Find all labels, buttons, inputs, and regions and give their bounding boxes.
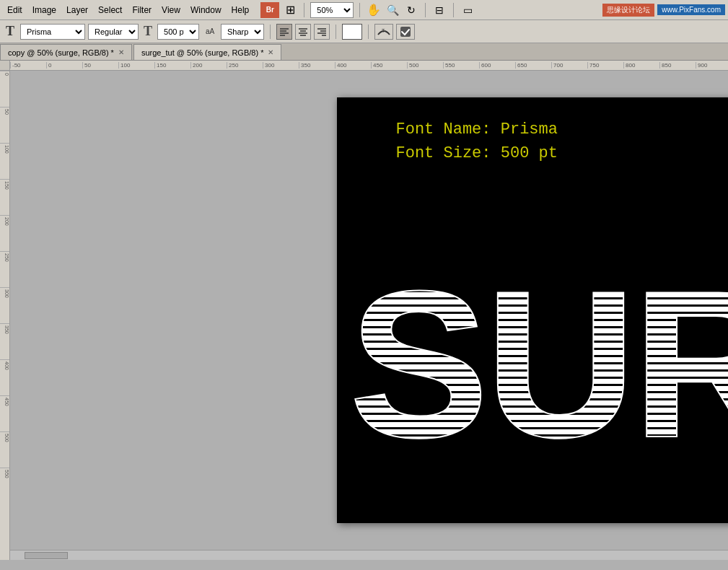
align-center-button[interactable]: [295, 24, 311, 40]
ruler-corner: [0, 61, 10, 71]
ruler-mark: 900: [696, 62, 728, 69]
view-icon2[interactable]: ▭: [460, 2, 475, 18]
menu-filter[interactable]: Filter: [128, 4, 156, 17]
menu-help[interactable]: Help: [227, 4, 254, 17]
workspace: 0 50 100 150 200 250 300 350 400 450 500…: [0, 61, 728, 560]
menu-edit[interactable]: Edit: [3, 4, 27, 17]
rotate-icon[interactable]: ↻: [403, 2, 419, 18]
tab-surge-tut-label: surge_tut @ 50% (surge, RGB/8) *: [141, 48, 264, 57]
bridge-icon[interactable]: Br: [260, 2, 279, 18]
layout-icon[interactable]: ⊞: [282, 2, 298, 18]
ruler-v-mark-500: 500: [0, 431, 9, 468]
ruler-v-mark-50: 50: [0, 107, 9, 143]
ruler-v-mark-550: 550: [0, 468, 9, 504]
tab-copy-label: copy @ 50% (surge, RGB/8) *: [8, 48, 114, 57]
ruler-v-mark-0: 0: [0, 71, 9, 107]
ruler-vertical: 0 50 100 150 200 250 300 350 400 450 500…: [0, 71, 10, 560]
text-color-swatch[interactable]: [342, 24, 362, 40]
text-tool-icon: T: [6, 24, 14, 39]
ruler-mark: -50: [10, 62, 46, 69]
ruler-v-mark-150: 150: [0, 179, 9, 215]
ruler-mark: 300: [263, 62, 299, 69]
brand-text1: 思缘设计论坛: [602, 4, 654, 17]
font-name-dropdown[interactable]: Prisma Arial Times New Roman: [20, 24, 85, 40]
menu-view[interactable]: View: [157, 4, 185, 17]
ruler-v-mark-250: 250: [0, 251, 9, 287]
warp-text-button[interactable]: T: [374, 24, 393, 40]
ruler-mark: 0: [46, 62, 82, 69]
canvas-document: Font Name: Prisma Font Size: 500 pt: [337, 97, 729, 523]
ruler-v-mark-450: 450: [0, 395, 9, 431]
ruler-mark: 200: [190, 62, 227, 69]
scrollbar-horizontal[interactable]: [10, 550, 728, 560]
canvas-content[interactable]: Font Name: Prisma Font Size: 500 pt: [10, 71, 728, 550]
ruler-v-mark-200: 200: [0, 215, 9, 251]
align-right-button[interactable]: [314, 24, 330, 40]
ruler-mark: 850: [659, 62, 696, 69]
confirm-button[interactable]: [396, 24, 415, 40]
ruler-mark: 100: [118, 62, 154, 69]
ruler-mark: 800: [623, 62, 659, 69]
font-style-dropdown[interactable]: Regular Bold Italic: [88, 24, 139, 40]
ruler-mark: 600: [479, 62, 515, 69]
ruler-vertical-container: 0 50 100 150 200 250 300 350 400 450 500…: [0, 61, 10, 560]
menu-window[interactable]: Window: [186, 4, 226, 17]
tab-copy[interactable]: copy @ 50% (surge, RGB/8) * ✕: [0, 44, 132, 60]
tab-copy-close[interactable]: ✕: [118, 48, 124, 56]
view-icon1[interactable]: ⊟: [431, 2, 447, 18]
ruler-mark: 750: [587, 62, 623, 69]
antialias-icon: aA: [203, 27, 216, 35]
ruler-v-mark-400: 400: [0, 359, 9, 395]
align-left-button[interactable]: [276, 24, 292, 40]
surge-text-container: SURGE SURGE SURGE: [337, 213, 729, 473]
ruler-marks: -50 0 50 100 150 200 250 300 350 400 450…: [10, 62, 728, 69]
menu-image[interactable]: Image: [28, 4, 61, 17]
ruler-mark: 700: [551, 62, 587, 69]
canvas-wrapper: 0 50 100 150 200 250 300 350 400 450 500…: [0, 61, 728, 560]
menu-select[interactable]: Select: [94, 4, 126, 17]
zoom-dropdown[interactable]: 50% 25% 100%: [310, 2, 354, 18]
ruler-mark: 500: [407, 62, 443, 69]
menu-bar-right: 思缘设计论坛 www.PixFans.com: [602, 4, 725, 17]
ruler-mark: 450: [371, 62, 407, 69]
scrollbar-h-thumb[interactable]: [25, 552, 68, 559]
antialias-dropdown[interactable]: Sharp Smooth Strong Crisp None: [221, 24, 264, 40]
ruler-mark: 350: [299, 62, 335, 69]
tab-surge-tut-close[interactable]: ✕: [268, 48, 273, 56]
ruler-horizontal: -50 0 50 100 150 200 250 300 350 400 450…: [10, 61, 728, 71]
ruler-mark: 50: [82, 62, 118, 69]
menu-items: Edit Image Layer Select Filter View Wind…: [3, 4, 253, 17]
ruler-v-mark-300: 300: [0, 287, 9, 323]
font-size-t-icon: T: [144, 24, 152, 39]
zoom-tool-icon[interactable]: 🔍: [385, 2, 400, 18]
font-size-dropdown[interactable]: 500 pt 72 pt 36 pt: [157, 24, 199, 40]
ruler-mark: 550: [443, 62, 479, 69]
options-bar: T Prisma Arial Times New Roman Regular B…: [0, 20, 728, 43]
ruler-mark: 400: [335, 62, 371, 69]
ruler-mark: 650: [515, 62, 551, 69]
tab-bar: copy @ 50% (surge, RGB/8) * ✕ surge_tut …: [0, 43, 728, 61]
menu-bar: Edit Image Layer Select Filter View Wind…: [0, 0, 728, 20]
svg-text:T: T: [382, 28, 385, 33]
canvas-font-info: Font Name: Prisma Font Size: 500 pt: [396, 118, 558, 165]
font-size-display: Font Size: 500 pt: [396, 141, 558, 165]
surge-svg: SURGE SURGE SURGE: [342, 213, 728, 473]
font-name-display: Font Name: Prisma: [396, 118, 558, 141]
surge-text-outline: SURGE: [349, 247, 728, 473]
hand-tool-icon[interactable]: ✋: [366, 2, 382, 18]
tab-surge-tut[interactable]: surge_tut @ 50% (surge, RGB/8) * ✕: [133, 44, 282, 60]
ruler-v-mark-350: 350: [0, 323, 9, 359]
ruler-mark: 250: [227, 62, 263, 69]
brand-text2: www.PixFans.com: [657, 4, 725, 15]
ruler-mark: 150: [154, 62, 190, 69]
ruler-v-mark-100: 100: [0, 143, 9, 179]
menu-layer[interactable]: Layer: [62, 4, 92, 17]
canvas-area: -50 0 50 100 150 200 250 300 350 400 450…: [10, 61, 728, 560]
